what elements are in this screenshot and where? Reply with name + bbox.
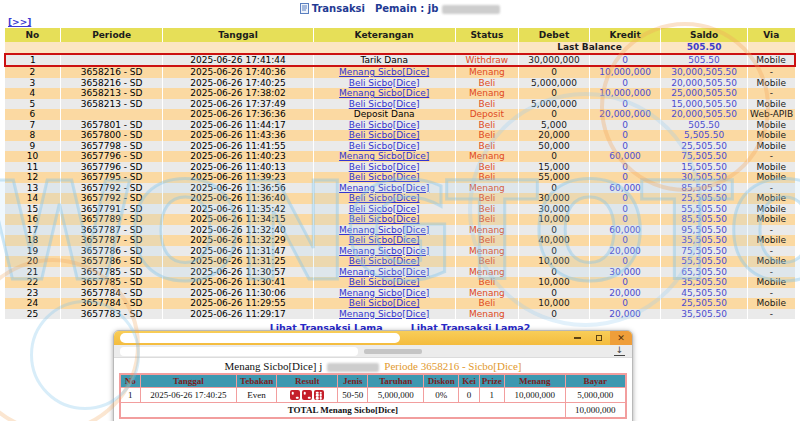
cell-keterangan[interactable]: Beli Sicbo[Dice] xyxy=(313,172,455,183)
table-row: 22 3657785 - SD 2025-06-26 11:30:41 Beli… xyxy=(5,277,795,288)
table-row: 9 3657798 - SD 2025-06-26 11:41:55 Beli … xyxy=(5,141,795,152)
table-row: 24 3657784 - SD 2025-06-26 11:29:55 Beli… xyxy=(5,298,795,309)
col-header-no: No xyxy=(5,28,60,42)
cell-keterangan[interactable]: Menang Sicbo[Dice] xyxy=(313,246,455,257)
cell-kredit: 0 xyxy=(590,256,661,267)
cell-saldo: 30,000,505.50 xyxy=(661,66,748,78)
cell-keterangan[interactable]: Menang Sicbo[Dice] xyxy=(313,151,455,162)
cell-via: - xyxy=(748,151,795,162)
cell-status: Deposit xyxy=(455,109,518,120)
cell-keterangan[interactable]: Beli Sicbo[Dice] xyxy=(313,298,455,309)
cell-status: Beli xyxy=(455,277,518,288)
cell-tanggal: 2025-06-26 17:36:36 xyxy=(163,109,313,120)
sicbo-col-tanggal: Tanggal xyxy=(140,374,236,388)
cell-keterangan[interactable]: Menang Sicbo[Dice] xyxy=(313,183,455,194)
table-row: 18 3657787 - SD 2025-06-26 11:32:29 Beli… xyxy=(5,235,795,246)
cell-status: Menang xyxy=(455,309,518,320)
cell-debet: 0 xyxy=(518,225,589,236)
cell-keterangan[interactable]: Beli Sicbo[Dice] xyxy=(313,235,455,246)
cell-kredit: 0 xyxy=(590,78,661,89)
cell-periode: 3657800 - SD xyxy=(60,130,163,141)
cell-saldo: 45,505.50 xyxy=(661,288,748,299)
table-row: 7 3657801 - SD 2025-06-26 11:44:17 Beli … xyxy=(5,120,795,131)
table-row: 14 3657792 - SD 2025-06-26 11:36:40 Beli… xyxy=(5,193,795,204)
popup-tab[interactable] xyxy=(120,333,400,343)
cell-keterangan[interactable]: Beli Sicbo[Dice] xyxy=(313,78,455,89)
cell-periode: 3657798 - SD xyxy=(60,141,163,152)
cell-no: 6 xyxy=(5,109,60,120)
cell-no: 24 xyxy=(5,298,60,309)
cell-periode: 3657787 - SD xyxy=(60,225,163,236)
cell-keterangan[interactable]: Beli Sicbo[Dice] xyxy=(313,204,455,215)
table-row: 21 3657785 - SD 2025-06-26 11:30:57 Mena… xyxy=(5,267,795,278)
cell-saldo: 55,505.50 xyxy=(661,256,748,267)
cell-debet: 0 xyxy=(518,309,589,320)
cell-via: Web-APIB xyxy=(748,109,795,120)
cell-keterangan[interactable]: Menang Sicbo[Dice] xyxy=(313,66,455,78)
cell-kredit: 20,000,000 xyxy=(590,109,661,120)
cell-keterangan[interactable]: Beli Sicbo[Dice] xyxy=(313,99,455,110)
cell-periode: 3658216 - SD xyxy=(60,66,163,78)
cell-periode: 3657783 - SD xyxy=(60,309,163,320)
expand-link[interactable]: [>>] xyxy=(8,17,30,27)
close-button[interactable]: ✕ xyxy=(610,331,632,345)
cell-tanggal: 2025-06-26 11:34:15 xyxy=(163,214,313,225)
sicbo-col-jenis: Jenis xyxy=(338,374,368,388)
cell-periode xyxy=(60,109,163,120)
cell-keterangan[interactable]: Menang Sicbo[Dice] xyxy=(313,88,455,99)
cell-periode: 3657789 - SD xyxy=(60,214,163,225)
cell-debet: 15,000 xyxy=(518,162,589,173)
cell-debet: 0 xyxy=(518,267,589,278)
sicbo-bayar: 5,000,000 xyxy=(565,388,626,403)
cell-tanggal: 2025-06-26 11:29:55 xyxy=(163,298,313,309)
cell-saldo: 75,505.50 xyxy=(661,246,748,257)
cell-status: Beli xyxy=(455,172,518,183)
maximize-button[interactable] xyxy=(588,331,610,345)
cell-keterangan[interactable]: Beli Sicbo[Dice] xyxy=(313,130,455,141)
cell-no: 21 xyxy=(5,267,60,278)
cell-keterangan[interactable]: Beli Sicbo[Dice] xyxy=(313,277,455,288)
cell-tanggal: 2025-06-26 11:32:29 xyxy=(163,235,313,246)
cell-via: - xyxy=(748,246,795,257)
cell-saldo: 25,505.50 xyxy=(661,193,748,204)
cell-debet: 40,000 xyxy=(518,235,589,246)
cell-keterangan[interactable]: Menang Sicbo[Dice] xyxy=(313,267,455,278)
cell-periode: 3657784 - SD xyxy=(60,298,163,309)
cell-debet: 0 xyxy=(518,183,589,194)
cell-saldo: 35,505.50 xyxy=(661,235,748,246)
cell-no: 8 xyxy=(5,130,60,141)
cell-periode: 3657787 - SD xyxy=(60,235,163,246)
table-row: 19 3657786 - SD 2025-06-26 11:31:47 Mena… xyxy=(5,246,795,257)
sicbo-kei: 0 xyxy=(459,388,479,403)
cell-periode: 3657785 - SD xyxy=(60,277,163,288)
cell-keterangan[interactable]: Beli Sicbo[Dice] xyxy=(313,193,455,204)
cell-periode: 3657791 - SD xyxy=(60,204,163,215)
url-input[interactable] xyxy=(120,347,358,356)
cell-keterangan[interactable]: Beli Sicbo[Dice] xyxy=(313,141,455,152)
cell-keterangan[interactable]: Menang Sicbo[Dice] xyxy=(313,225,455,236)
cell-kredit: 0 xyxy=(590,162,661,173)
cell-tanggal: 2025-06-26 11:43:36 xyxy=(163,130,313,141)
cell-saldo: 30,505.50 xyxy=(661,172,748,183)
redacted-popup-player xyxy=(327,363,379,372)
cell-periode: 3657785 - SD xyxy=(60,267,163,278)
cell-tanggal: 2025-06-26 11:41:55 xyxy=(163,141,313,152)
cell-keterangan[interactable]: Beli Sicbo[Dice] xyxy=(313,214,455,225)
cell-keterangan[interactable]: Beli Sicbo[Dice] xyxy=(313,120,455,131)
minimize-button[interactable] xyxy=(566,331,588,345)
last-balance-row: Last Balance 505.50 xyxy=(5,42,795,54)
col-header-periode: Periode xyxy=(60,28,163,42)
cell-periode xyxy=(60,54,163,67)
cell-keterangan[interactable]: Menang Sicbo[Dice] xyxy=(313,288,455,299)
cell-tanggal: 2025-06-26 11:40:13 xyxy=(163,162,313,173)
cell-keterangan[interactable]: Beli Sicbo[Dice] xyxy=(313,162,455,173)
cell-no: 5 xyxy=(5,99,60,110)
cell-keterangan[interactable]: Menang Sicbo[Dice] xyxy=(313,309,455,320)
download-icon[interactable]: ↓ xyxy=(614,346,625,356)
cell-keterangan[interactable]: Beli Sicbo[Dice] xyxy=(313,256,455,267)
cell-saldo: 85,505.50 xyxy=(661,214,748,225)
cell-tanggal: 2025-06-26 11:36:40 xyxy=(163,193,313,204)
popup-titlebar[interactable]: ✕ xyxy=(114,331,632,345)
cell-via: Mobile xyxy=(748,141,795,152)
cell-tanggal: 2025-06-26 11:36:56 xyxy=(163,183,313,194)
